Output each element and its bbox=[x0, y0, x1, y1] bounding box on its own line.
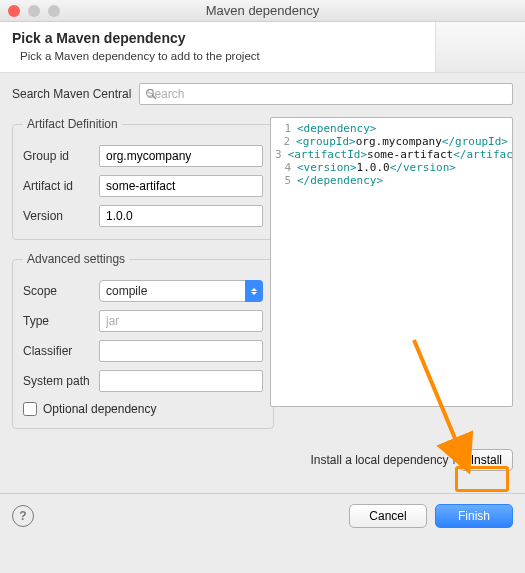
chevron-up-down-icon bbox=[245, 280, 263, 302]
dependency-xml-preview: 1<dependency> 2 <groupId>org.mycompany</… bbox=[270, 117, 513, 407]
optional-dependency-label: Optional dependency bbox=[43, 402, 156, 416]
system-path-label: System path bbox=[23, 374, 93, 388]
cancel-button[interactable]: Cancel bbox=[349, 504, 427, 528]
scope-value: compile bbox=[99, 280, 263, 302]
group-id-label: Group id bbox=[23, 149, 93, 163]
artifact-id-input[interactable] bbox=[99, 175, 263, 197]
version-label: Version bbox=[23, 209, 93, 223]
search-input[interactable] bbox=[139, 83, 513, 105]
classifier-input[interactable] bbox=[99, 340, 263, 362]
optional-dependency-checkbox[interactable] bbox=[23, 402, 37, 416]
install-button[interactable]: Install bbox=[460, 449, 513, 471]
type-input[interactable] bbox=[99, 310, 263, 332]
header-decor bbox=[435, 22, 525, 72]
artifact-legend: Artifact Definition bbox=[23, 117, 122, 131]
scope-select[interactable]: compile bbox=[99, 280, 263, 302]
help-icon[interactable]: ? bbox=[12, 505, 34, 527]
maximize-icon bbox=[48, 5, 60, 17]
window-titlebar: Maven dependency bbox=[0, 0, 525, 22]
svg-line-1 bbox=[153, 96, 156, 99]
search-icon bbox=[145, 88, 157, 100]
close-icon[interactable] bbox=[8, 5, 20, 17]
system-path-input[interactable] bbox=[99, 370, 263, 392]
group-id-input[interactable] bbox=[99, 145, 263, 167]
window-title: Maven dependency bbox=[0, 3, 525, 18]
version-input[interactable] bbox=[99, 205, 263, 227]
finish-button[interactable]: Finish bbox=[435, 504, 513, 528]
type-label: Type bbox=[23, 314, 93, 328]
artifact-id-label: Artifact id bbox=[23, 179, 93, 193]
minimize-icon bbox=[28, 5, 40, 17]
scope-label: Scope bbox=[23, 284, 93, 298]
advanced-settings-group: Advanced settings Scope compile Type Cla… bbox=[12, 252, 274, 429]
dialog-header: Pick a Maven dependency Pick a Maven dep… bbox=[0, 22, 525, 73]
advanced-legend: Advanced settings bbox=[23, 252, 129, 266]
install-local-label: Install a local dependency bbox=[310, 453, 448, 467]
classifier-label: Classifier bbox=[23, 344, 93, 358]
info-icon[interactable]: i bbox=[453, 454, 456, 466]
search-label: Search Maven Central bbox=[12, 87, 131, 101]
artifact-definition-group: Artifact Definition Group id Artifact id… bbox=[12, 117, 274, 240]
